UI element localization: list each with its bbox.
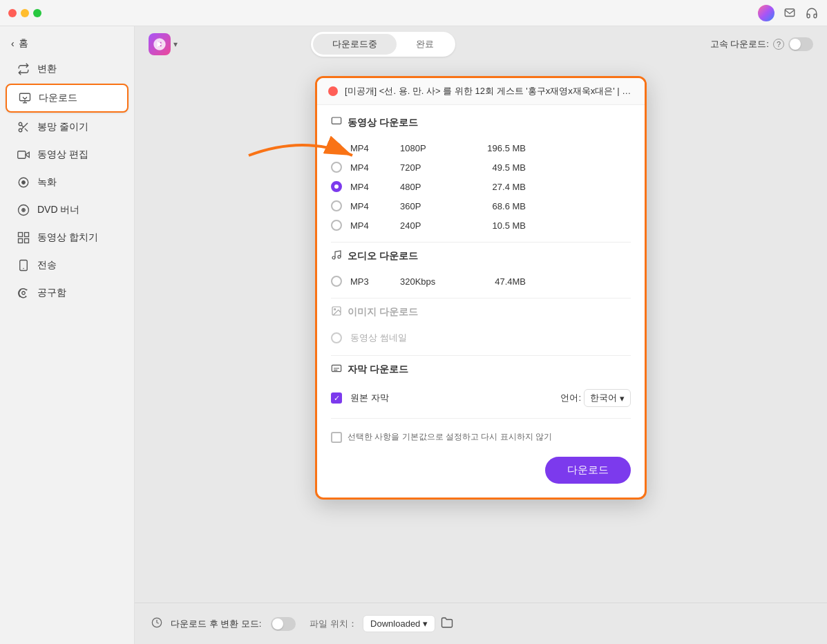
svg-rect-16: [19, 233, 23, 237]
svg-point-15: [23, 209, 24, 211]
svg-point-27: [338, 256, 341, 258]
top-bar: ▾ 다운로드중 완료 고속 다운로드: ?: [135, 26, 827, 62]
audio-section-label: 오디오 다운로드: [348, 250, 418, 263]
radio-720p[interactable]: [331, 162, 342, 173]
main-layout: ‹ 홈 변환 다: [0, 26, 827, 644]
divider-2: [331, 298, 631, 299]
speed-toggle[interactable]: [788, 37, 813, 51]
sidebar-item-transfer[interactable]: 전송: [6, 252, 129, 278]
edit-icon: [17, 148, 30, 162]
file-location-value: Downloaded: [370, 618, 420, 629]
back-button[interactable]: ‹ 홈: [0, 32, 134, 55]
radio-mp3[interactable]: [331, 276, 342, 287]
dialog-title: [미공개] <선. 용. 만. 사> 를 위한 12회 게스트 '홍구x재영x재…: [345, 85, 634, 97]
chevron-down-icon: ▾: [620, 393, 625, 404]
minimize-button[interactable]: [21, 9, 29, 17]
dropdown-chevron-icon: ▾: [423, 618, 428, 629]
quality-1080p: 1080P: [400, 143, 455, 153]
radio-1080p[interactable]: [331, 142, 342, 153]
avatar[interactable]: [758, 5, 774, 21]
svg-point-4: [19, 122, 22, 126]
radio-360p[interactable]: [331, 200, 342, 211]
svg-point-29: [334, 309, 336, 310]
sidebar-item-convert[interactable]: 변환: [6, 56, 129, 82]
radio-240p[interactable]: [331, 220, 342, 231]
sidebar-item-dvd[interactable]: DVD 버너: [6, 197, 129, 223]
svg-line-8: [21, 125, 23, 127]
format-720p: MP4: [350, 162, 392, 173]
tab-downloading[interactable]: 다운로드중: [313, 34, 397, 55]
help-icon[interactable]: ?: [773, 39, 784, 50]
sidebar-item-download[interactable]: 다운로드: [6, 84, 129, 113]
language-dropdown[interactable]: 한국어 ▾: [584, 389, 631, 407]
audio-option-mp3[interactable]: MP3 320Kbps 47.4MB: [331, 272, 631, 291]
message-icon[interactable]: [783, 6, 797, 20]
format-480p: MP4: [350, 182, 392, 192]
subtitle-icon: [331, 363, 342, 377]
sidebar-item-merge[interactable]: 동영상 합치기: [6, 225, 129, 251]
size-240p: 10.5 MB: [464, 220, 526, 231]
dialog-wrapper: [미공개] <선. 용. 만. 사> 를 위한 12회 게스트 '홍구x재영x재…: [315, 76, 647, 500]
maximize-button[interactable]: [33, 9, 41, 17]
image-section-label: 이미지 다운로드: [348, 306, 418, 319]
video-section-label: 동영상 다운로드: [348, 117, 418, 129]
sidebar-item-label: 변환: [37, 63, 57, 75]
content-area: ▾ 다운로드중 완료 고속 다운로드: ?: [135, 26, 827, 644]
video-option-1080p[interactable]: MP4 1080P 196.5 MB: [331, 138, 631, 158]
video-icon: [331, 116, 342, 130]
subtitle-section-label: 자막 다운로드: [348, 363, 408, 376]
sidebar-item-clip[interactable]: 봉망 줄이기: [6, 114, 129, 140]
sidebar-item-record[interactable]: 녹화: [6, 169, 129, 196]
divider-1: [331, 242, 631, 243]
radio-thumbnail[interactable]: [331, 332, 342, 343]
folder-icon[interactable]: [441, 616, 453, 632]
size-720p: 49.5 MB: [464, 162, 526, 173]
video-option-480p[interactable]: MP4 480P 27.4 MB: [331, 177, 631, 196]
set-default-row[interactable]: 선택한 사항을 기본값으로 설정하고 다시 표시하지 않기: [331, 426, 631, 448]
divider-4: [331, 418, 631, 419]
language-select-area: 언어: 한국어 ▾: [560, 389, 631, 407]
quality-240p: 240P: [400, 220, 455, 231]
size-mp3: 47.4MB: [464, 276, 526, 287]
clock-icon: [151, 617, 162, 630]
size-360p: 68.6 MB: [464, 201, 526, 211]
close-button[interactable]: [8, 9, 17, 17]
checkbox-subtitle[interactable]: ✓: [331, 392, 342, 404]
merge-icon: [17, 231, 30, 245]
radio-480p[interactable]: [331, 181, 342, 192]
size-1080p: 196.5 MB: [464, 143, 526, 153]
convert-label: 다운로드 후 변환 모드:: [171, 618, 261, 630]
sidebar-item-label: DVD 버너: [37, 204, 79, 216]
download-icon: [18, 91, 32, 105]
file-location-label: 파일 위치：: [310, 618, 357, 630]
checkbox-set-default[interactable]: [331, 432, 342, 443]
subtitle-option[interactable]: ✓ 원본 자막 언어: 한국어 ▾: [331, 385, 631, 411]
quality-mp3: 320Kbps: [400, 276, 455, 287]
sidebar-item-edit[interactable]: 동영상 편집: [6, 142, 129, 168]
format-240p: MP4: [350, 220, 392, 231]
video-option-720p[interactable]: MP4 720P 49.5 MB: [331, 158, 631, 177]
dialog-close-button[interactable]: [328, 86, 338, 96]
logo-chevron: ▾: [173, 39, 178, 49]
video-option-360p[interactable]: MP4 360P 68.6 MB: [331, 196, 631, 216]
quality-360p: 360P: [400, 201, 455, 211]
dialog-title-bar: [미공개] <선. 용. 만. 사> 를 위한 12회 게스트 '홍구x재영x재…: [317, 78, 645, 105]
sidebar-item-toolbox[interactable]: 공구함: [6, 280, 129, 306]
audio-icon: [331, 249, 342, 263]
download-button[interactable]: 다운로드: [545, 457, 631, 484]
sidebar-item-label: 동영상 합치기: [37, 231, 98, 244]
convert-toggle[interactable]: [271, 617, 296, 631]
image-option-thumbnail[interactable]: 동영상 썸네일: [331, 328, 631, 348]
tab-completed[interactable]: 완료: [397, 34, 453, 55]
sidebar-item-label: 녹화: [37, 176, 57, 189]
file-location-dropdown[interactable]: Downloaded ▾: [363, 615, 435, 632]
quality-720p: 720P: [400, 162, 455, 173]
svg-rect-10: [18, 151, 26, 159]
video-option-240p[interactable]: MP4 240P 10.5 MB: [331, 216, 631, 235]
record-icon: [17, 176, 30, 189]
headphone-icon[interactable]: [805, 6, 819, 20]
sidebar-item-label: 전송: [37, 259, 57, 272]
language-value: 한국어: [590, 392, 617, 404]
transfer-icon: [17, 258, 30, 272]
main-content: [미공개] <선. 용. 만. 사> 를 위한 12회 게스트 '홍구x재영x재…: [135, 62, 827, 603]
